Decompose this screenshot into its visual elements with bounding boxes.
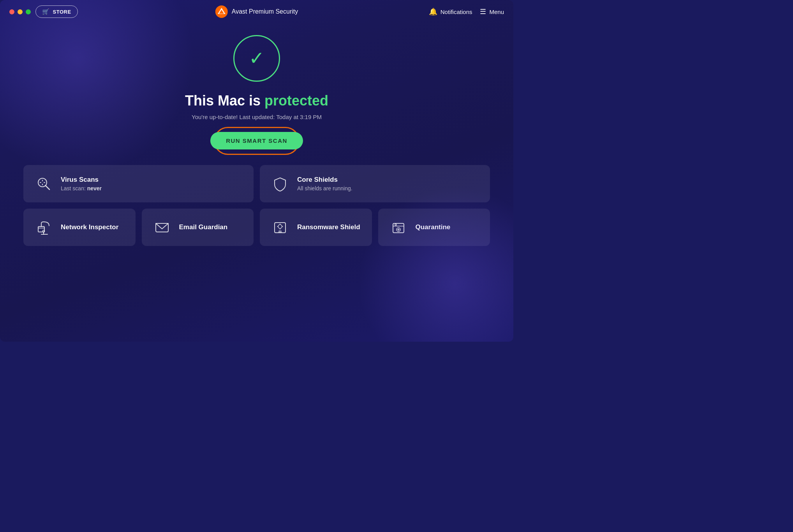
core-shields-card[interactable]: Core Shields All shields are running. (260, 165, 490, 202)
checkmark-icon: ✓ (249, 49, 264, 68)
status-title-prefix: This Mac is (185, 93, 264, 109)
virus-scans-value: never (87, 185, 102, 191)
run-smart-scan-button[interactable]: RUN SMART SCAN (210, 132, 303, 149)
quarantine-title: Quarantine (416, 223, 451, 231)
cards-row-2: Network Inspector Email Guardian (23, 209, 490, 246)
menu-label: Menu (489, 9, 504, 15)
network-inspector-title: Network Inspector (61, 223, 118, 231)
email-guardian-text: Email Guardian (179, 223, 228, 231)
network-inspector-card[interactable]: Network Inspector (23, 209, 136, 246)
titlebar: 🛒 STORE Avast Premium Security 🔔 Notific… (0, 0, 513, 23)
ransomware-shield-title: Ransomware Shield (297, 223, 360, 231)
quarantine-icon (389, 218, 408, 237)
store-label: STORE (53, 9, 71, 15)
app-window: 🛒 STORE Avast Premium Security 🔔 Notific… (0, 0, 513, 342)
scan-button-container: RUN SMART SCAN (210, 132, 303, 149)
cards-grid: Virus Scans Last scan: never Core Shield… (23, 165, 490, 246)
status-subtitle: You're up-to-date! Last updated: Today a… (192, 114, 322, 120)
svg-point-14 (278, 225, 282, 228)
ransomware-shield-icon (271, 218, 289, 237)
bell-icon: 🔔 (429, 7, 437, 16)
titlebar-right: 🔔 Notifications ☰ Menu (429, 7, 504, 16)
ransomware-shield-card[interactable]: Ransomware Shield (260, 209, 372, 246)
titlebar-left: 🛒 STORE (9, 5, 78, 18)
menu-button[interactable]: ☰ Menu (480, 7, 504, 16)
core-shields-subtitle: All shields are running. (297, 185, 352, 191)
window-controls (9, 9, 31, 14)
virus-scans-title: Virus Scans (61, 176, 102, 184)
status-title-highlight: protected (264, 93, 328, 109)
hamburger-icon: ☰ (480, 7, 486, 16)
status-circle: ✓ (233, 35, 280, 82)
status-title: This Mac is protected (185, 93, 328, 109)
quarantine-card[interactable]: Quarantine (378, 209, 490, 246)
email-guardian-card[interactable]: Email Guardian (142, 209, 254, 246)
notifications-label: Notifications (441, 9, 472, 15)
email-guardian-title: Email Guardian (179, 223, 228, 231)
store-button[interactable]: 🛒 STORE (35, 5, 78, 18)
network-inspector-icon (34, 218, 53, 237)
core-shields-icon (271, 174, 289, 193)
virus-scans-card[interactable]: Virus Scans Last scan: never (23, 165, 254, 202)
maximize-button[interactable] (26, 9, 31, 14)
avast-logo-icon (215, 5, 228, 18)
quarantine-text: Quarantine (416, 223, 451, 231)
main-content: ✓ This Mac is protected You're up-to-dat… (0, 23, 513, 342)
minimize-button[interactable] (18, 9, 23, 14)
store-icon: 🛒 (42, 8, 50, 15)
core-shields-text: Core Shields All shields are running. (297, 176, 352, 191)
virus-scans-subtitle: Last scan: never (61, 185, 102, 191)
titlebar-center: Avast Premium Security (215, 5, 298, 18)
close-button[interactable] (9, 9, 14, 14)
svg-rect-7 (38, 226, 44, 232)
cards-row-1: Virus Scans Last scan: never Core Shield… (23, 165, 490, 202)
virus-scans-icon (34, 174, 53, 193)
svg-line-2 (46, 186, 49, 190)
email-guardian-icon (153, 218, 171, 237)
virus-scans-text: Virus Scans Last scan: never (61, 176, 102, 191)
notifications-button[interactable]: 🔔 Notifications (429, 7, 472, 16)
core-shields-title: Core Shields (297, 176, 352, 184)
app-title: Avast Premium Security (232, 8, 298, 15)
network-inspector-text: Network Inspector (61, 223, 118, 231)
ransomware-shield-text: Ransomware Shield (297, 223, 360, 231)
svg-point-21 (395, 224, 396, 226)
